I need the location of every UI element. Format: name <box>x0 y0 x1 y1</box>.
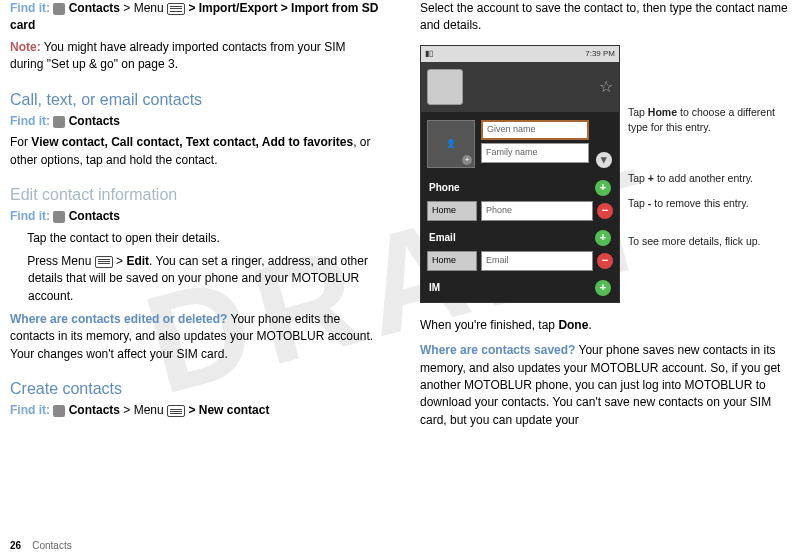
qa-edited-deleted: Where are contacts edited or deleted? Yo… <box>10 311 380 363</box>
phone-body: 👤 Given name Family name ▾ Phone + Home <box>421 112 619 302</box>
contact-photo-box[interactable]: 👤 <box>427 120 475 168</box>
email-input[interactable]: Email <box>481 251 593 271</box>
phone-mockup: ▮▯ 7:39 PM ☆ 👤 Given name Family name <box>420 45 620 303</box>
section-im: IM + <box>427 274 613 298</box>
remove-email-icon[interactable]: − <box>597 253 613 269</box>
callout-home-type: Tap Home to choose a different type for … <box>628 105 790 135</box>
right-column: Select the account to save the contact t… <box>420 0 790 437</box>
step-1: 1 Tap the contact to open their details. <box>10 230 380 247</box>
qa-contacts-saved: Where are contacts saved? Your phone sav… <box>420 342 790 429</box>
find-it-2: Find it: Contacts <box>10 113 380 130</box>
expand-name-icon[interactable]: ▾ <box>596 152 612 168</box>
add-email-icon[interactable]: + <box>595 230 611 246</box>
phone-callouts: Tap Home to choose a different type for … <box>628 45 790 303</box>
phone-statusbar: ▮▯ 7:39 PM <box>421 46 619 62</box>
callout-add: Tap + to add another entry. <box>628 171 790 186</box>
note-paragraph: Note: You might have already imported co… <box>10 39 380 74</box>
callout-remove: Tap - to remove this entry. <box>628 196 790 211</box>
contacts-app-icon <box>53 405 65 417</box>
contacts-app-icon <box>53 116 65 128</box>
heading-edit-contact: Edit contact information <box>10 183 380 206</box>
find-it-3: Find it: Contacts <box>10 208 380 225</box>
finished-paragraph: When you're finished, tap Done. <box>420 317 790 334</box>
signal-icon: ▮▯ <box>425 48 433 60</box>
view-contact-paragraph: For View contact, Call contact, Text con… <box>10 134 380 169</box>
menu-icon <box>95 256 113 268</box>
contacts-app-icon <box>53 3 65 15</box>
section-phone: Phone + <box>427 174 613 198</box>
status-time: 7:39 PM <box>585 48 615 60</box>
left-column: Find it: Contacts > Menu > Import/Export… <box>10 0 380 437</box>
heading-create-contacts: Create contacts <box>10 377 380 400</box>
family-name-field[interactable]: Family name <box>481 143 589 163</box>
footer-section: Contacts <box>32 540 71 551</box>
given-name-field[interactable]: Given name <box>481 120 589 140</box>
add-im-icon[interactable]: + <box>595 280 611 296</box>
contacts-app-icon <box>53 211 65 223</box>
email-type-dropdown[interactable]: Home <box>427 251 477 271</box>
menu-icon <box>167 3 185 15</box>
page-number: 26 <box>10 540 21 551</box>
person-icon: 👤 <box>446 138 456 150</box>
phone-header: ☆ <box>421 62 619 112</box>
section-email: Email + <box>427 224 613 248</box>
page-footer: 26 Contacts <box>10 539 72 554</box>
favorite-star-icon[interactable]: ☆ <box>599 75 613 98</box>
callout-flick: To see more details, flick up. <box>628 234 790 249</box>
phone-input[interactable]: Phone <box>481 201 593 221</box>
intro-paragraph: Select the account to save the contact t… <box>420 0 790 35</box>
menu-icon <box>167 405 185 417</box>
add-phone-icon[interactable]: + <box>595 180 611 196</box>
find-it-1: Find it: Contacts > Menu > Import/Export… <box>10 0 380 35</box>
contact-thumb-header <box>427 69 463 105</box>
find-it-4: Find it: Contacts > Menu > New contact <box>10 402 380 419</box>
heading-call-text-email: Call, text, or email contacts <box>10 88 380 111</box>
phone-type-dropdown[interactable]: Home <box>427 201 477 221</box>
step-2: 2 Press Menu > Edit. You can set a ringe… <box>10 253 380 305</box>
remove-phone-icon[interactable]: − <box>597 203 613 219</box>
